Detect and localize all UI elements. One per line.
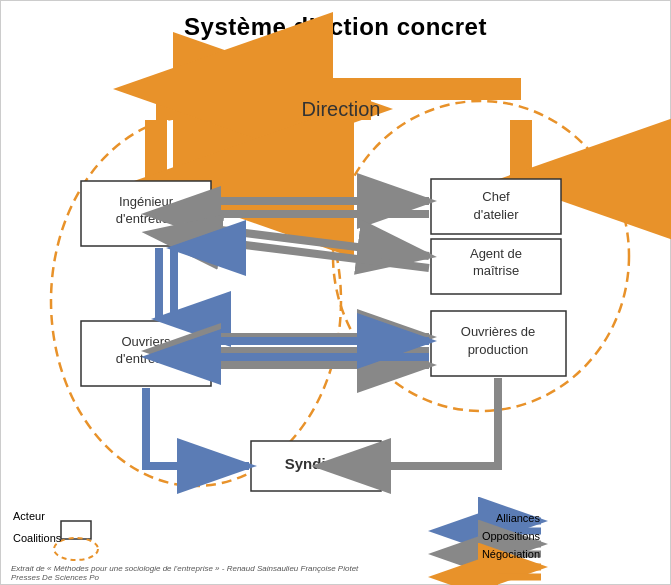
diagram-container: Système d’action concret (0, 0, 671, 585)
legend-oppositions-label: Oppositions (482, 530, 540, 542)
legend-acteur-label: Acteur (13, 510, 45, 522)
svg-rect-41 (61, 521, 91, 539)
citation-text: Extrait de « Méthodes pour une sociologi… (11, 564, 358, 582)
svg-point-10 (51, 116, 341, 486)
svg-text:production: production (468, 342, 529, 357)
svg-text:Syndicat: Syndicat (285, 455, 348, 472)
svg-text:Direction: Direction (302, 98, 381, 120)
svg-text:Agent de: Agent de (470, 246, 522, 261)
svg-text:Ouvriers: Ouvriers (121, 334, 171, 349)
diagram-svg: Ingénieur d'entretien Chef d'atelier Age… (1, 1, 671, 585)
svg-text:d'entretien: d'entretien (116, 351, 176, 366)
svg-text:d'entretien: d'entretien (116, 211, 176, 226)
legend-alliances-label: Alliances (496, 512, 540, 524)
svg-text:Ouvrières de: Ouvrières de (461, 324, 535, 339)
legend-negociation-label: Négociation (482, 548, 540, 560)
svg-text:maîtrise: maîtrise (473, 263, 519, 278)
svg-text:Ingénieur: Ingénieur (119, 194, 174, 209)
legend-coalitions-label: Coalitions (13, 532, 61, 544)
svg-text:Chef: Chef (482, 189, 510, 204)
svg-text:d'atelier: d'atelier (473, 207, 519, 222)
